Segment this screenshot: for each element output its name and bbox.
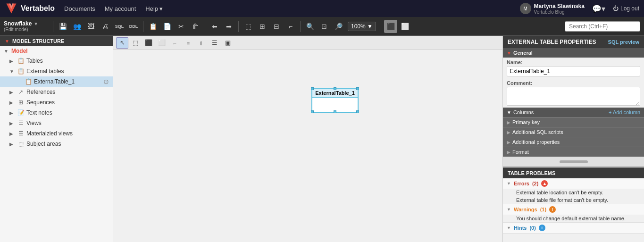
tree-item-external-tables[interactable]: ▼ 📋 External tables	[0, 66, 113, 76]
hints-count: (0)	[529, 225, 535, 231]
general-toggle-icon: ▼	[507, 50, 511, 56]
warnings-header[interactable]: ▼ Warnings (1) !	[503, 204, 644, 215]
ddl-button[interactable]: DDL	[127, 20, 140, 33]
table-tool-button[interactable]: ⬛	[142, 37, 155, 49]
sidebar-collapse-icon[interactable]: ▼	[5, 39, 9, 44]
select-tool-button[interactable]: ↖	[116, 37, 128, 49]
app-wrapper: Vertabelo Documents My account Help ▾ M …	[0, 0, 644, 242]
hints-header[interactable]: ▼ Hints (0) i	[503, 223, 644, 233]
primary-key-header[interactable]: ▶ Primary key	[503, 117, 644, 127]
corner-button[interactable]: ⌐	[284, 20, 297, 33]
tree-item-references[interactable]: ▶ ↗ References	[0, 87, 113, 97]
tree-item-sequences[interactable]: ▶ ⊞ Sequences	[0, 97, 113, 108]
problems-panel-header: TABLE PROBLEMS	[503, 168, 644, 178]
share-button[interactable]: 👥	[70, 20, 84, 33]
fit-button[interactable]: ⊡	[318, 20, 331, 33]
redo-button[interactable]: ➡	[222, 20, 235, 33]
additional-props-toggle-icon: ▶	[507, 140, 510, 145]
errors-label: Errors	[514, 181, 529, 186]
nav-documents[interactable]: Documents	[64, 5, 95, 12]
tree-item-text-notes[interactable]: ▶ 📝 Text notes	[0, 108, 113, 118]
logo-text: Vertabelo	[21, 4, 55, 13]
top-nav: Vertabelo Documents My account Help ▾ M …	[0, 0, 644, 17]
layout1-button[interactable]: ⊞	[256, 20, 269, 33]
right-panel: EXTERNAL TABLE PROPERTIES SQL preview ▼ …	[502, 36, 644, 242]
canvas-area[interactable]: ↖ ⬚ ⬛ ⬜ ⌐ ≡ ⫿ ☰ ▣	[113, 36, 502, 242]
horiz-tool-button[interactable]: ≡	[182, 37, 194, 49]
format-label: Format	[512, 149, 529, 155]
image-button[interactable]: 🖼	[84, 20, 98, 33]
notes-label: Text notes	[26, 109, 109, 116]
zoom-in-button[interactable]: 🔍	[303, 20, 317, 33]
external-table-canvas[interactable]: ExternalTable_1	[311, 88, 359, 113]
layout2-button[interactable]: ⊟	[270, 20, 283, 33]
save-button[interactable]: 💾	[56, 20, 69, 33]
sidebar-header-label: MODEL STRUCTURE	[12, 38, 64, 44]
comment-textarea[interactable]	[507, 87, 640, 106]
add-column-button[interactable]: + Add column	[609, 109, 640, 115]
seqs-label: Sequences	[26, 99, 109, 106]
sql-preview-button[interactable]: SQL preview	[608, 39, 639, 45]
additional-sql-header[interactable]: ▶ Additional SQL scripts	[503, 127, 644, 137]
chat-icon[interactable]: 💬▾	[592, 4, 605, 13]
tree-item-mat-views[interactable]: ▶ ☰ Materialzied views	[0, 128, 113, 139]
logo-area: Vertabelo	[5, 2, 55, 15]
delete-button[interactable]: 🗑	[189, 20, 202, 33]
project-name: Snowflake	[4, 20, 32, 27]
right-panel-title: EXTERNAL TABLE PROPERTIES	[508, 39, 596, 45]
copy-button[interactable]: 📋	[146, 20, 159, 33]
mat-views-expand-icon: ▶	[9, 131, 15, 136]
search-input[interactable]	[565, 21, 640, 32]
columns-toggle-icon: ▼	[507, 110, 511, 115]
handle-tl[interactable]	[311, 87, 314, 90]
paste-button[interactable]: 📄	[160, 20, 174, 33]
handle-bl[interactable]	[311, 110, 314, 113]
sql-button[interactable]: SQL	[113, 20, 126, 33]
general-section-header[interactable]: ▼ General	[503, 48, 644, 58]
handle-br[interactable]	[356, 110, 359, 113]
additional-props-header[interactable]: ▶ Additional properties	[503, 137, 644, 147]
format-header[interactable]: ▶ Format	[503, 147, 644, 157]
tree-item-external-table-1[interactable]: ▶ 📋 ExternalTable_1 ⊙	[0, 76, 113, 87]
view-tool-button[interactable]: ⬜	[156, 37, 168, 49]
warning-icon: !	[549, 206, 556, 213]
cut-button[interactable]: ✂	[175, 20, 188, 33]
view1-button[interactable]: ⬛	[384, 20, 397, 33]
undo-button[interactable]: ⬅	[208, 20, 221, 33]
logout-button[interactable]: ⏻ Log out	[613, 5, 639, 12]
name-input[interactable]	[507, 66, 640, 76]
tables-label: Tables	[26, 58, 109, 64]
scroll-thumb[interactable]	[560, 160, 588, 163]
problems-content: ▼ Errors (2) ▲ External table location c…	[503, 178, 644, 242]
handle-bc[interactable]	[334, 110, 336, 113]
print-button[interactable]: 🖨	[99, 20, 112, 33]
error-icon: ▲	[541, 180, 548, 187]
text-tool-button[interactable]: ☰	[209, 37, 221, 49]
canvas-content: ExternalTable_1	[113, 50, 502, 242]
ext-table1-indicator: ⊙	[103, 78, 109, 85]
frame-button[interactable]: ⬚	[242, 20, 255, 33]
errors-header[interactable]: ▼ Errors (2) ▲	[503, 178, 644, 189]
nav-help[interactable]: Help ▾	[145, 5, 163, 12]
handle-tc[interactable]	[334, 87, 336, 90]
tree-model-root[interactable]: ▼ Model	[0, 46, 113, 56]
tree-item-views[interactable]: ▶ ☰ Views	[0, 118, 113, 128]
refs-expand-icon: ▶	[9, 90, 15, 95]
nav-my-account[interactable]: My account	[105, 5, 136, 12]
rect-select-tool-button[interactable]: ⬚	[129, 37, 142, 49]
handle-tr[interactable]	[356, 87, 359, 90]
subject-expand-icon: ▶	[9, 142, 15, 147]
warnings-label: Warnings	[514, 207, 537, 212]
ref-tool-button[interactable]: ⌐	[169, 37, 181, 49]
tree-item-subject-areas[interactable]: ▶ ⬚ Subject areas	[0, 139, 113, 149]
area-tool-button[interactable]: ▣	[222, 37, 234, 49]
right-panel-scroll: ▼ General Name: Comment: ▼ Co	[503, 48, 644, 167]
vert-tool-button[interactable]: ⫿	[195, 37, 208, 49]
columns-header[interactable]: ▼ Columns + Add column	[503, 108, 644, 117]
tree-item-tables[interactable]: ▶ 📋 Tables	[0, 56, 113, 66]
view2-button[interactable]: ⬜	[398, 20, 411, 33]
zoom-out-button[interactable]: 🔎	[332, 20, 345, 33]
project-info: Snowflake ▼ (Edit mode)	[4, 20, 46, 32]
project-dropdown-arrow[interactable]: ▼	[33, 21, 38, 26]
zoom-level[interactable]: 100% ▼	[348, 22, 376, 31]
